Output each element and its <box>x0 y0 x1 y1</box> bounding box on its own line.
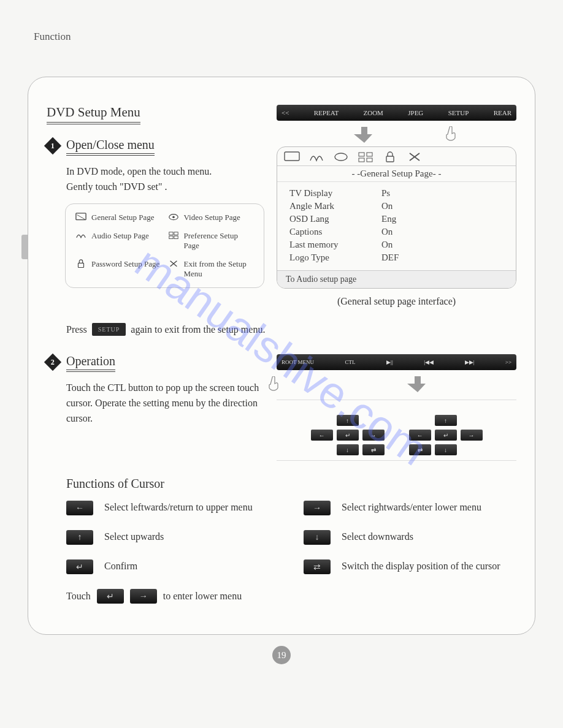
tab-audio-icon[interactable] <box>308 151 325 163</box>
left-arrow-button[interactable]: ← <box>66 501 93 515</box>
pad-right-button[interactable]: → <box>362 430 385 441</box>
pad-up-button[interactable]: ↑ <box>435 415 457 426</box>
func-left-text: Select leftwards/return to upper menu <box>104 501 253 514</box>
section-title: DVD Setup Menu <box>47 105 140 124</box>
svg-point-9 <box>335 153 347 161</box>
toolbar-jpeg[interactable]: JPEG <box>408 109 423 116</box>
functions-grid: ← Select leftwards/return to upper menu … <box>66 501 516 574</box>
toolbar-repeat[interactable]: REPEAT <box>314 109 339 116</box>
func-switch-text: Switch the display position of the curso… <box>342 559 500 573</box>
setting-angle-mark[interactable]: Angle MarkOn <box>289 200 504 213</box>
step-2-columns: 2 Operation Touch the CTL button to pop … <box>47 354 516 466</box>
func-down: ↓ Select downwards <box>304 530 516 545</box>
tab-password-icon[interactable] <box>381 151 399 163</box>
func-up-text: Select upwards <box>104 530 164 544</box>
confirm-button[interactable]: ↵ <box>66 559 93 574</box>
svg-rect-7 <box>78 263 83 267</box>
ctl-indicators <box>277 370 516 395</box>
switch-button[interactable]: ⇄ <box>304 559 331 574</box>
step-2-marker: 2 <box>44 354 61 371</box>
divider <box>277 400 516 400</box>
toolbar2-next[interactable]: ▶▶| <box>465 359 475 365</box>
func-up: ↑ Select upwards <box>66 530 279 545</box>
ctl-toolbar: ROOT MENU CTL ▶|| |◀◀ ▶▶| >> <box>277 354 516 370</box>
enter-arrow-button[interactable]: ↵ <box>97 589 124 604</box>
svg-rect-4 <box>174 232 177 234</box>
pad-up-button[interactable]: ↑ <box>337 415 359 426</box>
svg-rect-3 <box>169 232 172 234</box>
arrow-down-icon <box>407 376 428 392</box>
step-2-title: Operation <box>66 354 115 372</box>
left-column: DVD Setup Menu 1 Open/Close menu In DVD … <box>47 105 264 307</box>
hand-icon <box>444 126 458 143</box>
setting-last-memory[interactable]: Last memoryOn <box>289 238 504 251</box>
pad-swap-button[interactable]: ⇄ <box>409 444 431 455</box>
monitor-icon <box>75 213 86 222</box>
svg-point-2 <box>172 216 175 218</box>
panel-body: TV DisplayPs Angle MarkOn OSD LangEng Ca… <box>277 182 516 270</box>
toolbar2-root[interactable]: ROOT MENU <box>282 360 314 365</box>
legend-general: General Setup Page <box>75 213 162 222</box>
setup-button-inline[interactable]: SETUP <box>92 323 126 336</box>
func-left: ← Select leftwards/return to upper menu <box>66 501 279 515</box>
tab-preference-icon[interactable] <box>357 151 374 163</box>
tab-close-icon[interactable] <box>406 151 423 163</box>
pad-enter-button[interactable]: ↵ <box>435 430 457 441</box>
func-right-text: Select rightwards/enter lower menu <box>342 501 481 514</box>
legend-video: Video Setup Page <box>168 213 255 222</box>
step-2-body: Touch the CTL button to pop up the scree… <box>66 381 264 426</box>
toolbar-zoom[interactable]: ZOOM <box>363 109 383 116</box>
close-icon <box>168 259 179 269</box>
toolbar2-playpause[interactable]: ▶|| <box>386 359 393 365</box>
svg-rect-11 <box>367 153 372 156</box>
step-2-header: 2 Operation <box>47 354 264 372</box>
svg-rect-10 <box>359 153 364 156</box>
up-arrow-button[interactable]: ↑ <box>66 530 93 545</box>
setting-captions[interactable]: CaptionsOn <box>289 226 504 238</box>
panel-heading: - -General Setup Page- - <box>277 166 516 182</box>
press-line: Press SETUP again to exit from the setup… <box>66 323 516 336</box>
cursor-pad-left: ↑ ←↵→ ↓⇄ <box>311 415 385 455</box>
pad-swap-button[interactable]: ⇄ <box>362 444 385 455</box>
setting-tv-display[interactable]: TV DisplayPs <box>289 187 504 200</box>
right-arrow-button[interactable]: → <box>130 589 157 604</box>
tab-video-icon[interactable] <box>332 151 350 163</box>
pad-right-button[interactable]: → <box>461 430 483 441</box>
func-confirm: ↵ Confirm <box>66 559 279 574</box>
video-icon <box>168 213 179 222</box>
panel-caption: (General setup page interface) <box>277 296 516 307</box>
functions-title: Functions of Cursor <box>66 477 516 491</box>
legend-password: Password Setup Page <box>75 259 162 279</box>
toolbar-setup[interactable]: SETUP <box>448 109 469 116</box>
preference-icon <box>168 231 179 241</box>
toolbar-prev[interactable]: << <box>282 109 289 116</box>
tab-general-icon[interactable] <box>283 151 301 163</box>
setting-logo-type[interactable]: Logo TypeDEF <box>289 251 504 264</box>
step-1-body: In DVD mode, open the touch menu. Gently… <box>66 164 264 195</box>
toolbar-rear[interactable]: REAR <box>494 109 511 116</box>
pad-enter-button[interactable]: ↵ <box>337 430 359 441</box>
legend-preference: Preference Setup Page <box>168 231 255 251</box>
pad-left-button[interactable]: ← <box>409 430 431 441</box>
touch-line: Touch ↵ → to enter lower menu <box>66 589 516 604</box>
pad-left-button[interactable]: ← <box>311 430 333 441</box>
toolbar2-prev[interactable]: |◀◀ <box>424 359 434 365</box>
func-switch: ⇄ Switch the display position of the cur… <box>304 559 516 574</box>
page-number: 19 <box>272 646 291 664</box>
func-confirm-text: Confirm <box>104 559 137 573</box>
toolbar2-ff[interactable]: >> <box>505 359 511 365</box>
step-1-header: 1 Open/Close menu <box>47 138 264 156</box>
toolbar2-ctl[interactable]: CTL <box>345 359 356 365</box>
right-column: << REPEAT ZOOM JPEG SETUP REAR <box>277 105 516 307</box>
panel-tabs <box>277 147 516 166</box>
audio-icon <box>75 231 86 241</box>
page-header: Function <box>34 31 535 43</box>
svg-rect-6 <box>174 236 177 238</box>
right-arrow-button[interactable]: → <box>304 501 331 515</box>
pad-down-button[interactable]: ↓ <box>337 444 359 455</box>
setup-panel: - -General Setup Page- - TV DisplayPs An… <box>277 146 516 289</box>
pad-down-button[interactable]: ↓ <box>435 444 457 455</box>
setting-osd-lang[interactable]: OSD LangEng <box>289 213 504 226</box>
down-arrow-button[interactable]: ↓ <box>304 530 331 545</box>
lock-icon <box>75 259 86 269</box>
